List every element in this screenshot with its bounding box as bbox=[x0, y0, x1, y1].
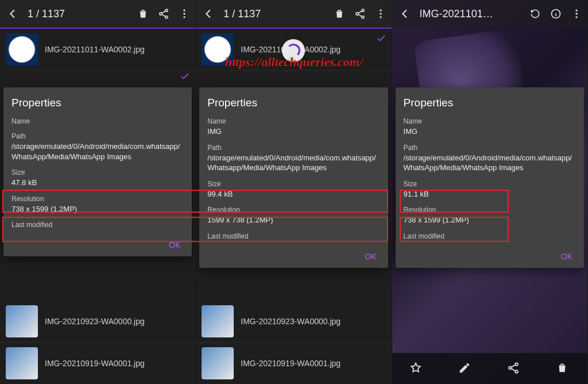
svg-point-14 bbox=[575, 13, 577, 14]
file-name: IMG-20210923-WA0000.jpg bbox=[241, 317, 341, 326]
share-icon[interactable] bbox=[157, 7, 170, 20]
prop-value-resolution: 1599 x 738 (1.2MP) bbox=[207, 215, 380, 225]
prop-label-path: Path bbox=[404, 144, 576, 152]
dialog-title: Properties bbox=[404, 97, 576, 109]
thumbnail bbox=[6, 305, 38, 337]
file-name: IMG-20210919-WA0001.jpg bbox=[45, 359, 145, 368]
check-icon bbox=[376, 32, 387, 44]
prop-value-size: 91.1 kB bbox=[404, 189, 576, 199]
app-header: IMG-2021101… bbox=[392, 0, 587, 28]
prop-label-size: Size bbox=[207, 180, 380, 188]
info-icon[interactable] bbox=[550, 7, 562, 20]
prop-label-path: Path bbox=[11, 132, 184, 140]
list-item[interactable]: IMG-20210923-WA0000.jpg bbox=[0, 301, 195, 343]
file-name: IMG-20211011-WA0002.jpg bbox=[45, 45, 145, 54]
ok-button[interactable]: OK bbox=[207, 247, 380, 262]
prop-label-size: Size bbox=[11, 168, 184, 176]
back-icon[interactable] bbox=[397, 6, 413, 22]
prop-value-path: /storage/emulated/0/Android/media/com.wh… bbox=[11, 141, 184, 162]
list-item[interactable]: IMG-20210919-WA0001.jpg bbox=[0, 343, 195, 384]
prop-label-modified: Last modified bbox=[404, 232, 576, 240]
file-name: IMG-20210923-WA0000.jpg bbox=[45, 317, 145, 326]
prop-label-modified: Last modified bbox=[207, 232, 380, 240]
svg-point-11 bbox=[380, 16, 381, 18]
more-icon[interactable] bbox=[178, 7, 191, 20]
check-icon bbox=[179, 70, 191, 82]
prop-label-modified: Last modified bbox=[11, 221, 184, 229]
prop-value-size: 99.4 kB bbox=[207, 189, 380, 199]
delete-icon[interactable] bbox=[556, 362, 570, 375]
svg-point-10 bbox=[380, 13, 381, 14]
watermark-text: https://alltechqueries.com/ bbox=[225, 55, 363, 70]
accent-divider bbox=[196, 28, 391, 29]
list-item[interactable]: IMG-20210923-WA0000.jpg bbox=[196, 301, 391, 343]
properties-dialog: Properties NameIMG Path/storage/emulated… bbox=[396, 87, 584, 268]
prop-label-resolution: Resolution bbox=[11, 195, 184, 203]
ok-button[interactable]: OK bbox=[11, 236, 184, 251]
svg-point-13 bbox=[575, 10, 577, 11]
header-counter: 1 / 1137 bbox=[223, 8, 332, 20]
properties-dialog: Properties Name Path/storage/emulated/0/… bbox=[3, 87, 192, 256]
ok-button[interactable]: OK bbox=[404, 247, 576, 262]
back-icon[interactable] bbox=[200, 6, 216, 22]
bottom-toolbar bbox=[392, 353, 587, 384]
thumbnail bbox=[6, 33, 38, 66]
screen-1: 1 / 1137 IMG-20211011-WA0002.jpg IMG-202… bbox=[0, 0, 196, 384]
header-counter: 1 / 1137 bbox=[28, 8, 137, 20]
svg-point-5 bbox=[184, 16, 185, 18]
file-name: IMG-20210919-WA0001.jpg bbox=[241, 359, 341, 368]
edit-icon[interactable] bbox=[458, 362, 472, 375]
thumbnail bbox=[6, 347, 38, 379]
prop-value-resolution: 738 x 1599 (1.2MP) bbox=[404, 215, 576, 225]
share-icon[interactable] bbox=[507, 362, 521, 375]
prop-value-name: IMG bbox=[207, 126, 380, 137]
prop-label-size: Size bbox=[404, 180, 576, 188]
svg-point-4 bbox=[184, 13, 185, 14]
delete-icon[interactable] bbox=[137, 7, 149, 20]
prop-value-name: IMG bbox=[404, 126, 576, 137]
delete-icon[interactable] bbox=[333, 7, 346, 20]
app-header: 1 / 1137 bbox=[0, 0, 195, 28]
prop-label-path: Path bbox=[207, 144, 380, 152]
more-icon[interactable] bbox=[570, 7, 583, 20]
prop-value-size: 47.8 kB bbox=[11, 178, 184, 188]
rotate-icon[interactable] bbox=[529, 7, 541, 20]
svg-point-15 bbox=[575, 16, 577, 18]
prop-value-resolution: 738 x 1599 (1.2MP) bbox=[11, 204, 184, 214]
svg-point-9 bbox=[380, 10, 381, 11]
list-item[interactable]: IMG-20211011-WA0002.jpg bbox=[0, 29, 195, 71]
header-filename: IMG-2021101… bbox=[420, 8, 529, 20]
thumbnail bbox=[202, 305, 234, 337]
properties-dialog: Properties NameIMG Path/storage/emulated… bbox=[199, 87, 388, 268]
prop-label-name: Name bbox=[11, 117, 184, 125]
back-icon[interactable] bbox=[5, 6, 21, 22]
prop-value-path: /storage/emulated/0/Android/media/com.wh… bbox=[207, 153, 380, 173]
dialog-title: Properties bbox=[11, 97, 184, 109]
favorite-icon[interactable] bbox=[409, 362, 423, 375]
more-icon[interactable] bbox=[374, 7, 387, 20]
prop-label-resolution: Resolution bbox=[404, 206, 576, 214]
list-item[interactable]: IMG-20210919-WA0001.jpg bbox=[196, 343, 391, 384]
share-icon[interactable] bbox=[354, 7, 366, 20]
prop-label-name: Name bbox=[404, 117, 576, 125]
prop-label-resolution: Resolution bbox=[207, 206, 380, 214]
svg-point-3 bbox=[184, 10, 185, 11]
app-header: 1 / 1137 bbox=[196, 0, 391, 28]
dialog-title: Properties bbox=[207, 97, 380, 109]
prop-value-path: /storage/emulated/0/Android/media/com.wh… bbox=[404, 153, 576, 173]
screen-3: IMG-2021101… Properties NameIMG Path/sto… bbox=[392, 0, 588, 384]
accent-divider bbox=[0, 28, 195, 29]
thumbnail bbox=[202, 347, 234, 379]
prop-label-name: Name bbox=[207, 117, 380, 125]
